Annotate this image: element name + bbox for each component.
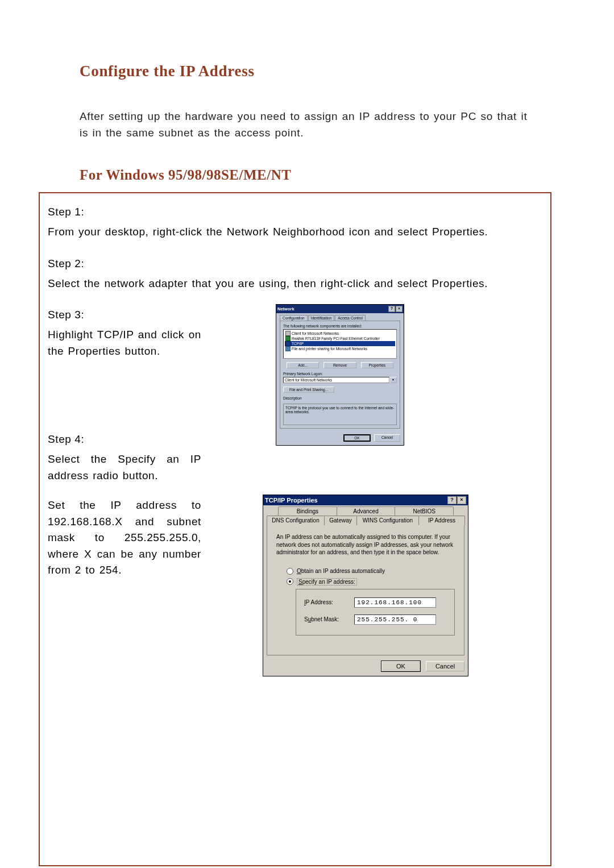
tcpip-dialog-titlebar[interactable]: TCP/IP Properties ? × (263, 495, 468, 505)
list-item-selected[interactable]: TCP/IP (285, 341, 395, 346)
list-item[interactable]: Client for Microsoft Networks (285, 331, 395, 336)
ip-address-label: IP Address: (304, 599, 354, 605)
tab-wins-configuration[interactable]: WINS Configuration (356, 516, 419, 525)
network-dialog-title: Network (277, 306, 294, 312)
primary-logon-label: Primary Network Logon: (283, 372, 397, 376)
intro-paragraph: After setting up the hardware you need t… (80, 109, 529, 141)
step-4-text-1: Select the Specify an IP address radio b… (48, 451, 201, 484)
properties-button[interactable]: Properties (361, 362, 393, 368)
tab-ip-address[interactable]: IP Address (418, 516, 465, 525)
add-button[interactable]: Add... (287, 362, 319, 368)
ip-address-input[interactable]: 192.168.168.100 (354, 597, 436, 608)
protocol-icon (285, 341, 291, 346)
step-1-text: From your desktop, right-click the Netwo… (48, 224, 542, 240)
ip-fieldset: IP Address: 192.168.168.100 Subnet Mask:… (296, 589, 455, 636)
network-dialog-titlebar[interactable]: Network ? × (276, 305, 404, 313)
tab-netbios[interactable]: NetBIOS (395, 506, 454, 516)
heading-windows-versions: For Windows 95/98/98SE/ME/NT (80, 167, 551, 183)
help-icon[interactable]: ? (447, 496, 457, 504)
tab-bindings[interactable]: Bindings (278, 506, 337, 516)
network-dialog-tabs: Configuration Identification Access Cont… (280, 315, 400, 321)
radio-specify-label: Specify an IP address: (297, 578, 357, 585)
document-page: Configure the IP Address After setting u… (0, 0, 614, 868)
primary-logon-combo[interactable]: Client for Microsoft Networks ▾ (283, 377, 397, 383)
close-icon[interactable]: × (457, 496, 466, 504)
adapter-icon (285, 336, 291, 341)
tab-identification[interactable]: Identification (308, 315, 335, 321)
radio-icon (287, 568, 293, 575)
tab-configuration[interactable]: Configuration (280, 315, 308, 321)
components-listbox[interactable]: Client for Microsoft Networks Realtek RT… (283, 329, 397, 359)
heading-configure-ip: Configure the IP Address (80, 63, 551, 80)
remove-button[interactable]: Remove (323, 362, 356, 368)
radio-specify-ip[interactable]: Specify an IP address: (287, 578, 455, 585)
radio-obtain-label: Obtain an IP address automatically (297, 568, 385, 574)
components-label: The following network components are ins… (283, 324, 397, 328)
cancel-button[interactable]: Cancel (426, 661, 464, 671)
description-text: TCP/IP is the protocol you use to connec… (283, 404, 397, 425)
step-3-text: Highlight TCP/IP and click on the Proper… (48, 327, 201, 359)
tab-gateway[interactable]: Gateway (324, 516, 357, 525)
list-item-label: File and printer sharing for Microsoft N… (292, 347, 367, 351)
subnet-mask-input[interactable]: 255.255.255. 0 (354, 614, 436, 625)
step-1-label: Step 1: (48, 206, 542, 218)
tcpip-properties-dialog: TCP/IP Properties ? × Bindings Advanced … (263, 495, 468, 676)
tab-access-control[interactable]: Access Control (335, 315, 366, 321)
list-item[interactable]: File and printer sharing for Microsoft N… (285, 346, 395, 351)
radio-icon (287, 578, 293, 585)
ok-button[interactable]: OK (381, 661, 420, 671)
step-2-text: Select the network adapter that you are … (48, 276, 542, 292)
step-4-text-2: Set the IP address to 192.168.168.X and … (48, 497, 201, 579)
cancel-button[interactable]: Cancel (374, 434, 400, 442)
list-item-label: Realtek RTL8139 Family PCI Fast Ethernet… (292, 337, 380, 340)
primary-logon-value: Client for Microsoft Networks (283, 377, 389, 383)
steps-container: Step 1: From your desktop, right-click t… (39, 192, 551, 866)
radio-obtain-automatically[interactable]: Obtain an IP address automatically (287, 568, 455, 575)
close-icon[interactable]: × (396, 306, 403, 312)
help-icon[interactable]: ? (388, 306, 395, 312)
list-item[interactable]: Realtek RTL8139 Family PCI Fast Ethernet… (285, 336, 395, 341)
step-4-label: Step 4: (48, 433, 201, 446)
step-1: Step 1: From your desktop, right-click t… (48, 206, 542, 240)
step-3-label: Step 3: (48, 309, 201, 321)
ok-button[interactable]: OK (343, 434, 371, 442)
tab-dns-configuration[interactable]: DNS Configuration (267, 516, 325, 525)
tcpip-dialog-title: TCP/IP Properties (265, 497, 318, 504)
chevron-down-icon[interactable]: ▾ (389, 377, 397, 383)
step-2-label: Step 2: (48, 258, 542, 270)
tcpip-tabs-front-row: DNS Configuration Gateway WINS Configura… (267, 516, 464, 525)
subnet-mask-label: Subnet Mask: (304, 616, 354, 622)
list-item-label: Client for Microsoft Networks (292, 331, 339, 335)
description-label: Description (283, 396, 397, 400)
file-print-sharing-button[interactable]: File and Print Sharing... (283, 387, 334, 393)
sharing-icon (285, 346, 291, 351)
ip-info-text: An IP address can be automatically assig… (276, 533, 455, 556)
tcpip-tabs-back-row: Bindings Advanced NetBIOS (278, 506, 453, 516)
tab-advanced[interactable]: Advanced (337, 506, 396, 516)
network-dialog: Network ? × Configuration Identification… (276, 304, 404, 446)
step-2: Step 2: Select the network adapter that … (48, 258, 542, 292)
client-icon (285, 331, 291, 336)
list-item-label: TCP/IP (292, 342, 304, 346)
